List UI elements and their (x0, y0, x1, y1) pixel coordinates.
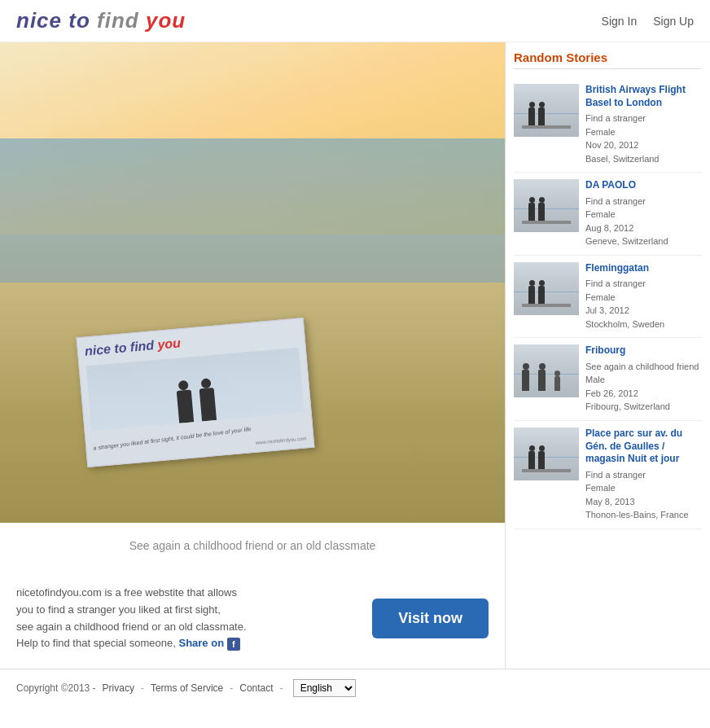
left-section: nice to find you a stranger you liked at… (0, 42, 505, 669)
hero-water (0, 138, 505, 283)
language-select[interactable]: English Français Deutsch (293, 679, 356, 697)
bottom-info: nicetofindyou.com is a free webstite tha… (0, 577, 505, 669)
desc-line3: see again a childhood friend or an old c… (16, 621, 247, 633)
card-scene (86, 348, 305, 432)
description-section: See again a childhood friend or an old c… (0, 523, 505, 577)
copyright-text: Copyright ©2013 - (16, 682, 96, 694)
share-link[interactable]: Share on (178, 637, 224, 649)
right-section: Random Stories British Airways Flight Ba… (505, 42, 710, 669)
story-info-4: Fribourg See again a childhood friend Ma… (585, 344, 702, 414)
logo-you: you (146, 8, 186, 33)
story-title-5: Place parc sur av. du Gén. de Gaulles / … (585, 428, 702, 466)
card-person-2 (199, 388, 217, 421)
random-stories-title: Random Stories (514, 50, 702, 69)
story-title-4: Fribourg (585, 344, 702, 357)
site-description: nicetofindyou.com is a free webstite tha… (16, 585, 356, 652)
desc-line1: nicetofindyou.com is a free webstite tha… (16, 586, 237, 599)
story-meta-4: See again a childhood friend Male Feb 26… (585, 360, 702, 414)
terms-link[interactable]: Terms of Service (151, 682, 223, 694)
story-thumb-2 (514, 179, 579, 232)
story-thumb-1 (514, 84, 579, 137)
story-info-3: Fleminggatan Find a stranger Female Jul … (585, 262, 702, 331)
desc-line2: you to find a stranger you liked at firs… (16, 603, 221, 616)
story-title-3: Fleminggatan (585, 262, 702, 275)
contact-link[interactable]: Contact (239, 682, 273, 694)
story-thumb-4 (514, 344, 579, 397)
card-inner: nice to find you a stranger you liked at… (77, 318, 314, 467)
story-title-2: DA PAOLO (585, 179, 702, 192)
story-item-1[interactable]: British Airways Flight Basel to London F… (514, 77, 702, 173)
stories-list: British Airways Flight Basel to London F… (514, 77, 702, 529)
sign-up-link[interactable]: Sign Up (653, 15, 694, 28)
story-info-1: British Airways Flight Basel to London F… (585, 84, 702, 165)
story-item-5[interactable]: Place parc sur av. du Gén. de Gaulles / … (514, 421, 702, 529)
story-thumb-5 (514, 428, 579, 480)
sep2: - (230, 682, 233, 694)
story-meta-5: Find a stranger Female May 8, 2013 Thono… (585, 468, 702, 522)
desc-line4: Help to find that special someone, (16, 637, 176, 649)
visit-now-button[interactable]: Visit now (372, 599, 489, 638)
sep1: - (141, 682, 144, 694)
card-people (177, 388, 217, 423)
story-item-2[interactable]: DA PAOLO Find a stranger Female Aug 8, 2… (514, 173, 702, 256)
logo-find: find (97, 8, 139, 33)
sep3: - (280, 682, 283, 694)
story-meta-2: Find a stranger Female Aug 8, 2012 Genev… (585, 195, 702, 248)
story-item-3[interactable]: Fleminggatan Find a stranger Female Jul … (514, 256, 702, 339)
story-item-4[interactable]: Fribourg See again a childhood friend Ma… (514, 338, 702, 421)
privacy-link[interactable]: Privacy (103, 682, 134, 694)
story-meta-3: Find a stranger Female Jul 3, 2012 Stock… (585, 277, 702, 331)
beach-card: nice to find you a stranger you liked at… (77, 318, 315, 467)
card-person-1 (177, 389, 194, 423)
sign-in-link[interactable]: Sign In (602, 15, 638, 28)
story-info-5: Place parc sur av. du Gén. de Gaulles / … (585, 428, 702, 522)
logo-to: to (68, 8, 90, 33)
logo-nice: nice (16, 8, 62, 33)
logo: nice to find you (16, 8, 186, 33)
story-thumb-3 (514, 262, 579, 315)
facebook-icon: f (227, 638, 240, 651)
header: nice to find you Sign In Sign Up (0, 0, 710, 42)
tagline-text: See again a childhood friend or an old c… (16, 539, 489, 552)
main-layout: nice to find you a stranger you liked at… (0, 42, 710, 669)
story-info-2: DA PAOLO Find a stranger Female Aug 8, 2… (585, 179, 702, 248)
story-title-1: British Airways Flight Basel to London (585, 84, 702, 109)
nav-links: Sign In Sign Up (602, 15, 694, 28)
hero-image: nice to find you a stranger you liked at… (0, 42, 505, 523)
story-meta-1: Find a stranger Female Nov 20, 2012 Base… (585, 112, 702, 165)
footer: Copyright ©2013 - Privacy - Terms of Ser… (0, 669, 710, 707)
